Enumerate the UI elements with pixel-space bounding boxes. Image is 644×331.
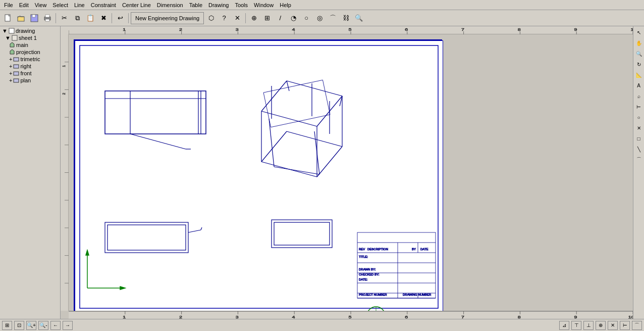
- svg-text:7: 7: [461, 28, 464, 32]
- crosshair-button[interactable]: ✕: [231, 12, 243, 24]
- main-area: ▼ drawing ▼ sheet 1 main projection + tr…: [0, 26, 644, 319]
- tree-plan[interactable]: + plan: [1, 77, 59, 84]
- expand-icon: ▼: [2, 28, 8, 34]
- menu-tools[interactable]: Tools: [232, 1, 251, 9]
- save-button[interactable]: [28, 12, 40, 24]
- tree-front[interactable]: + front: [1, 70, 59, 77]
- drawing-paper: REV DESCRIPTION BY DATE TITLE: DRAWN BY:…: [74, 39, 442, 311]
- arc-button[interactable]: ◔: [287, 12, 299, 24]
- svg-rect-8: [9, 28, 14, 33]
- svg-text:6: 6: [405, 315, 408, 319]
- rt-cross-btn[interactable]: ✕: [634, 123, 644, 133]
- line-button[interactable]: /: [274, 12, 286, 24]
- svg-text:5: 5: [348, 315, 351, 319]
- link-button[interactable]: ⛓: [340, 12, 352, 24]
- rt-search-btn[interactable]: ⌕: [634, 91, 644, 101]
- separator-2: [112, 13, 112, 23]
- delete-button[interactable]: ✖: [97, 12, 110, 24]
- rt-zoom-btn[interactable]: 🔍: [634, 49, 644, 59]
- projection-icon: [9, 49, 15, 55]
- toolbar: ✂ ⧉ 📋 ✖ ↩ New Engineering Drawing ⬡ ? ✕ …: [0, 10, 644, 26]
- tree-sheet1[interactable]: ▼ sheet 1: [1, 34, 59, 41]
- paste-button[interactable]: 📋: [84, 12, 96, 24]
- snap-angle-btn[interactable]: ⊿: [559, 321, 569, 330]
- svg-text:4: 4: [292, 28, 295, 32]
- canvas-area[interactable]: 1 2 3 4 5 6 7 8 9 10 1: [61, 26, 633, 319]
- snap-tan-btn[interactable]: ⌒: [632, 321, 642, 330]
- status-grid-btn[interactable]: ⊞: [2, 321, 12, 330]
- drawing-icon: [9, 28, 15, 34]
- menu-select[interactable]: Select: [49, 1, 71, 9]
- rt-rect-btn[interactable]: □: [634, 133, 644, 144]
- status-zoomout-btn[interactable]: 🔍-: [38, 321, 48, 330]
- pointer-button[interactable]: ⬡: [205, 12, 217, 24]
- search-button[interactable]: 🔍: [353, 12, 365, 24]
- rt-circle-btn[interactable]: ○: [634, 112, 644, 122]
- svg-marker-10: [10, 42, 14, 47]
- menu-help[interactable]: Help: [277, 1, 294, 9]
- view-icon: [9, 42, 15, 48]
- tree-right[interactable]: + right: [1, 63, 59, 70]
- rt-pan-btn[interactable]: ✋: [634, 38, 644, 48]
- menu-edit[interactable]: Edit: [16, 1, 32, 9]
- snap-mid-btn[interactable]: ⊤: [571, 321, 581, 330]
- status-zoomin-btn[interactable]: 🔍+: [26, 321, 36, 330]
- tree-trimetric[interactable]: + trimetric: [1, 56, 59, 63]
- svg-text:8: 8: [518, 315, 521, 319]
- ellipse-button[interactable]: ◎: [313, 12, 326, 24]
- ruler-bottom: 1 2 3 4 5 6 7 8 9 10: [69, 311, 633, 319]
- svg-rect-74: [75, 40, 443, 311]
- menu-view[interactable]: View: [32, 1, 50, 9]
- expand-icon: ▼: [5, 35, 11, 41]
- menu-constraint[interactable]: Constraint: [88, 1, 119, 9]
- menu-drawing[interactable]: Drawing: [205, 1, 232, 9]
- status-prev-btn[interactable]: ←: [50, 321, 61, 330]
- rt-arc-btn[interactable]: ⌒: [634, 155, 644, 165]
- ruler-top: 1 2 3 4 5 6 7 8 9 10: [69, 26, 633, 34]
- tree-main[interactable]: main: [1, 41, 59, 49]
- snap-center-btn[interactable]: ⊕: [596, 321, 606, 330]
- left-panel: ▼ drawing ▼ sheet 1 main projection + tr…: [0, 26, 61, 319]
- menu-line[interactable]: Line: [71, 1, 88, 9]
- front-icon: [13, 70, 19, 76]
- open-button[interactable]: [15, 12, 27, 24]
- status-next-btn[interactable]: →: [63, 321, 73, 330]
- snap-button[interactable]: ⊕: [248, 12, 260, 24]
- rt-measure-btn[interactable]: 📐: [634, 70, 644, 80]
- rt-select-btn[interactable]: ↖: [634, 27, 644, 37]
- menu-window[interactable]: Window: [251, 1, 277, 9]
- menu-table[interactable]: Table: [186, 1, 205, 9]
- menu-dimension[interactable]: Dimension: [154, 1, 186, 9]
- tree-root[interactable]: ▼ drawing: [1, 27, 59, 34]
- print-button[interactable]: [41, 12, 53, 24]
- rt-text-btn[interactable]: A: [634, 80, 644, 90]
- rt-line-btn[interactable]: ╲: [634, 144, 644, 154]
- question-button[interactable]: ?: [218, 12, 230, 24]
- undo-button[interactable]: ↩: [114, 12, 126, 24]
- sheet-icon: [12, 35, 18, 41]
- snap-int-btn[interactable]: ✕: [608, 321, 618, 330]
- rt-rotate-btn[interactable]: ↻: [634, 59, 644, 69]
- svg-rect-9: [12, 35, 17, 40]
- circle-button[interactable]: ○: [300, 12, 312, 24]
- svg-text:2: 2: [179, 315, 182, 319]
- snap-perp-btn[interactable]: ⊢: [620, 321, 630, 330]
- new-engineering-drawing-button[interactable]: New Engineering Drawing: [131, 12, 204, 24]
- copy-button[interactable]: ⧉: [71, 12, 83, 24]
- new-button[interactable]: [2, 12, 14, 24]
- snap-end-btn[interactable]: ⊥: [583, 321, 594, 330]
- menu-centerline[interactable]: Center Line: [119, 1, 154, 9]
- tangent-button[interactable]: ⌒: [327, 12, 339, 24]
- snap2-button[interactable]: ⊞: [261, 12, 273, 24]
- rt-dim-btn[interactable]: ⊢: [634, 102, 644, 112]
- svg-text:3: 3: [236, 315, 239, 319]
- ruler-top-svg: 1 2 3 4 5 6 7 8 9 10: [69, 26, 633, 34]
- separator-3: [128, 13, 129, 23]
- tree-projection[interactable]: projection: [1, 49, 59, 56]
- drawing-canvas[interactable]: REV DESCRIPTION BY DATE TITLE: DRAWN BY:…: [69, 34, 633, 311]
- menu-file[interactable]: File: [1, 1, 16, 9]
- cut-button[interactable]: ✂: [58, 12, 70, 24]
- svg-text:DATE:: DATE:: [359, 278, 368, 281]
- svg-marker-11: [10, 50, 14, 54]
- status-snap-btn[interactable]: ⊡: [14, 321, 24, 330]
